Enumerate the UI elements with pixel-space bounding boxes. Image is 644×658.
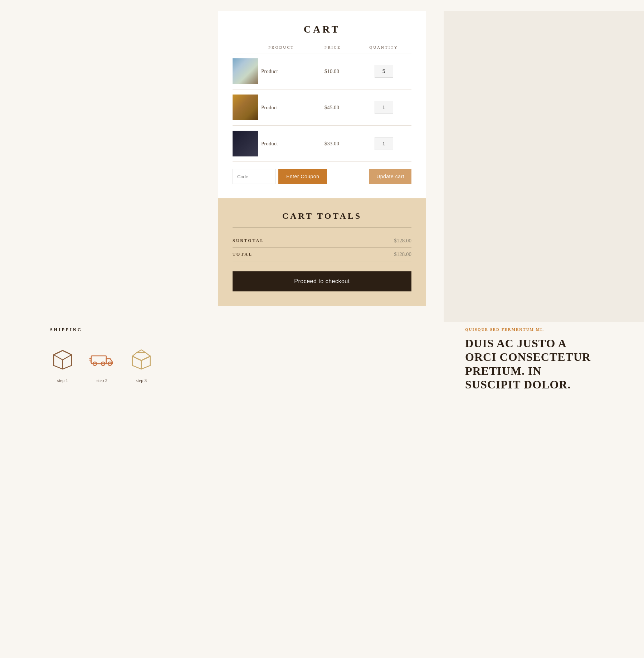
product-image-cell	[233, 53, 261, 89]
step-3-label: step 3	[136, 378, 147, 383]
product-image	[233, 95, 258, 120]
product-image-cell	[233, 126, 261, 162]
step-2-label: step 2	[97, 378, 108, 383]
cart-title: CART	[233, 24, 411, 35]
table-row: Product $45.00	[233, 89, 411, 126]
col-header-product: PRODUCT	[261, 45, 325, 53]
coupon-row: Enter Coupon Update cart	[233, 169, 411, 184]
col-header-price: PRICE	[325, 45, 356, 53]
page-wrapper: CART PRODUCT PRICE QUANTITY Product $10.…	[0, 11, 644, 413]
shipping-step-1: step 1	[50, 347, 75, 383]
col-header-quantity: QUANTITY	[356, 45, 411, 53]
svg-line-13	[141, 356, 150, 361]
totals-divider	[233, 227, 411, 228]
product-quantity-cell	[356, 89, 411, 126]
product-quantity-cell	[356, 53, 411, 89]
product-image	[233, 131, 258, 156]
update-cart-button[interactable]: Update cart	[369, 169, 411, 184]
product-name: Product	[261, 126, 325, 162]
shipping-section: SHIPPING step 1	[0, 306, 644, 413]
product-image	[233, 58, 258, 84]
table-row: Product $10.00	[233, 53, 411, 89]
subtotal-row: SUBTOTAL $128.00	[233, 234, 411, 248]
shipping-subtitle: QUISQUE SED FERMENTUM MI.	[465, 327, 594, 332]
svg-line-2	[54, 350, 63, 355]
quantity-input[interactable]	[375, 137, 393, 150]
top-band-decoration	[444, 11, 644, 322]
proceed-to-checkout-button[interactable]: Proceed to checkout	[233, 271, 411, 291]
cart-section: CART PRODUCT PRICE QUANTITY Product $10.…	[218, 11, 426, 198]
svg-line-3	[63, 350, 72, 355]
product-price: $10.00	[325, 53, 356, 89]
cart-totals-title: CART TOTALS	[233, 211, 411, 221]
step-1-label: step 1	[57, 378, 68, 383]
product-name: Product	[261, 89, 325, 126]
open-box-icon	[129, 347, 154, 373]
coupon-input[interactable]	[233, 169, 275, 184]
product-price: $45.00	[325, 89, 356, 126]
enter-coupon-button[interactable]: Enter Coupon	[278, 169, 327, 184]
cart-table: PRODUCT PRICE QUANTITY Product $10.00 Pr…	[233, 45, 411, 162]
shipping-right: QUISQUE SED FERMENTUM MI. DUIS AC JUSTO …	[465, 327, 594, 392]
product-name: Product	[261, 53, 325, 89]
shipping-steps: step 1	[50, 347, 444, 383]
product-price: $33.00	[325, 126, 356, 162]
svg-line-12	[132, 356, 141, 361]
cart-totals-section: CART TOTALS SUBTOTAL $128.00 TOTAL $128.…	[218, 198, 426, 306]
subtotal-label: SUBTOTAL	[233, 238, 264, 243]
shipping-step-3: step 3	[129, 347, 154, 383]
total-value: $128.00	[394, 251, 411, 257]
quantity-input[interactable]	[375, 101, 393, 114]
subtotal-value: $128.00	[394, 238, 411, 244]
product-quantity-cell	[356, 126, 411, 162]
col-header-image	[233, 45, 261, 53]
total-label: TOTAL	[233, 252, 253, 257]
box-icon	[50, 347, 75, 373]
shipping-step-2: step 2	[89, 347, 114, 383]
shipping-headline: DUIS AC JUSTO A ORCI CONSECTETUR PRETIUM…	[465, 337, 594, 392]
shipping-left: SHIPPING step 1	[50, 327, 444, 383]
shipping-section-title: SHIPPING	[50, 327, 444, 333]
table-row: Product $33.00	[233, 126, 411, 162]
product-image-cell	[233, 89, 261, 126]
total-row: TOTAL $128.00	[233, 248, 411, 261]
truck-icon	[89, 347, 114, 373]
quantity-input[interactable]	[375, 65, 393, 78]
